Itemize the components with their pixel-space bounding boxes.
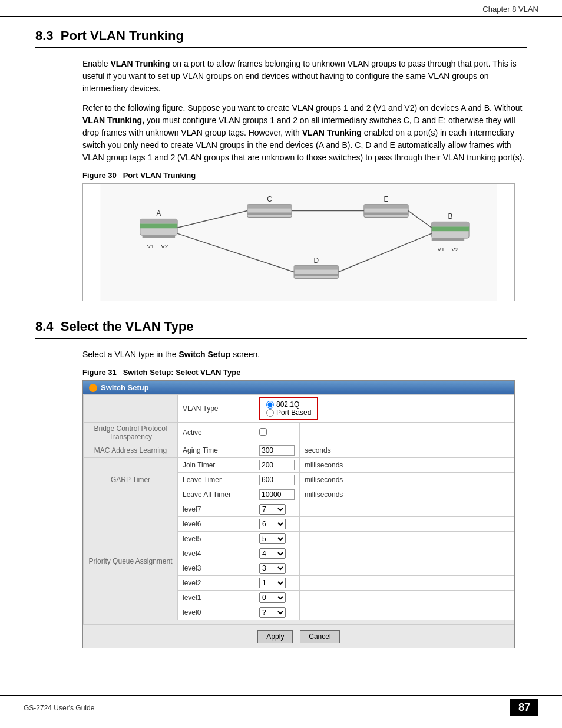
level4-empty [300,546,514,561]
svg-text:C: C [267,195,272,203]
vlan-type-section-label [84,395,178,423]
svg-rect-3 [140,223,177,228]
level7-empty [300,502,514,517]
level1-label: level1 [178,591,254,605]
svg-text:D: D [313,256,319,265]
radio-portbased: Port Based [266,409,311,417]
pqa-label: Priority Queue Assignment [84,502,178,620]
spacer-cell [84,620,514,625]
leave-all-timer-input-cell [254,487,300,502]
bcpt-row: Bridge Control Protocol Transparency Act… [84,423,514,443]
mac-learning-label: MAC Address Learning [84,443,178,458]
cancel-button[interactable]: Cancel [300,630,339,643]
section-83-title: 8.3 Port VLAN Trunking [35,28,527,48]
level5-label: level5 [178,532,254,546]
bold-vlan-trunking-3: VLAN Trunking [302,128,362,137]
level2-select[interactable]: 17654320 [259,578,286,588]
radio-8021q: 802.1Q [266,400,311,409]
level0-label: level0 [178,605,254,620]
bcpt-section-label: Bridge Control Protocol Transparency [84,423,178,443]
level6-select-cell: 67543210 [254,517,300,532]
level0-select[interactable]: ?76543210 [259,607,286,618]
vlan-type-options-cell: 802.1Q Port Based [254,395,514,423]
vlan-type-row: VLAN Type 802.1Q Port Based [84,395,514,423]
apply-button[interactable]: Apply [257,630,293,643]
level0-empty [300,605,514,620]
svg-rect-0 [100,184,497,301]
button-row: Apply Cancel [83,625,514,648]
level0-select-cell: ?76543210 [254,605,300,620]
level5-select-cell: 57643210 [254,532,300,546]
level3-select[interactable]: 37654210 [259,563,286,574]
level7-select-cell: 76543210 [254,502,300,517]
svg-rect-19 [294,274,338,276]
svg-rect-18 [294,266,338,270]
svg-text:A: A [156,209,161,218]
leave-timer-input[interactable] [259,475,295,485]
aging-time-row: MAC Address Learning Aging Time seconds [84,443,514,458]
join-timer-unit: milliseconds [300,458,514,473]
bcpt-field-label: Active [178,423,254,443]
svg-text:E: E [384,195,389,203]
page-number: 87 [510,699,538,716]
level2-empty [300,576,514,591]
svg-rect-22 [432,226,469,231]
page-header: Chapter 8 VLAN [0,0,562,17]
svg-rect-23 [432,222,469,226]
section-84-title: 8.4 Select the VLAN Type [35,319,527,339]
svg-text:V2: V2 [161,243,168,249]
level1-select[interactable]: 07654321 [259,592,286,603]
join-timer-row: GARP Timer Join Timer milliseconds [84,458,514,473]
bold-vlan-trunking-2: VLAN Trunking, [82,116,144,125]
leave-all-timer-label: Leave All Timer [178,487,254,502]
garp-timer-label: GARP Timer [84,458,178,502]
aging-time-input[interactable] [259,445,295,456]
svg-text:V2: V2 [451,246,458,252]
join-timer-input[interactable] [259,460,295,470]
main-content: 8.3 Port VLAN Trunking Enable VLAN Trunk… [0,17,562,672]
svg-rect-15 [364,213,408,215]
aging-time-input-cell [254,443,300,458]
level3-label: level3 [178,561,254,576]
svg-text:V1: V1 [438,246,445,252]
level4-select[interactable]: 47653210 [259,548,286,559]
svg-rect-10 [247,205,292,209]
level6-select[interactable]: 67543210 [259,519,286,529]
bcpt-checkbox-cell [254,423,300,443]
page-footer: GS-2724 User's Guide 87 [0,695,562,716]
leave-all-timer-unit: milliseconds [300,487,514,502]
svg-text:B: B [448,212,452,220]
level7-label: level7 [178,502,254,517]
radio-portbased-input[interactable] [266,409,274,417]
radio-8021q-input[interactable] [266,401,274,409]
join-timer-label: Join Timer [178,458,254,473]
bold-vlan-trunking-1: VLAN Trunking [110,59,170,68]
switch-setup-table: VLAN Type 802.1Q Port Based [83,394,514,625]
leave-timer-unit: milliseconds [300,473,514,487]
level3-empty [300,561,514,576]
level2-label: level2 [178,576,254,591]
figure30-diagram: A V1 V2 C E D [82,183,515,301]
section-84-intro: Select a VLAN type in the Switch Setup s… [82,348,527,361]
join-timer-input-cell [254,458,300,473]
svg-rect-4 [140,219,177,223]
leave-timer-input-cell [254,473,300,487]
level5-select[interactable]: 57643210 [259,533,286,544]
title-bar-icon [89,384,97,392]
level7-select[interactable]: 76543210 [259,504,286,515]
footer-guide-label: GS-2724 User's Guide [24,704,94,712]
bcpt-checkbox[interactable] [259,428,267,436]
radio-8021q-label: 802.1Q [276,400,299,409]
svg-rect-5 [143,235,175,238]
figure31-label: Figure 31 Switch Setup: Select VLAN Type [82,368,527,377]
vlan-type-field-label: VLAN Type [178,395,254,423]
leave-all-timer-input[interactable] [259,489,295,500]
level1-select-cell: 07654321 [254,591,300,605]
aging-time-label: Aging Time [178,443,254,458]
vlan-type-box: 802.1Q Port Based [259,397,318,420]
level4-label: level4 [178,546,254,561]
switch-setup-bold: Switch Setup [178,350,230,359]
switch-setup-screen: Switch Setup VLAN Type 802.1Q Port Based [82,380,515,648]
bcpt-empty-cell [300,423,514,443]
level4-select-cell: 47653210 [254,546,300,561]
